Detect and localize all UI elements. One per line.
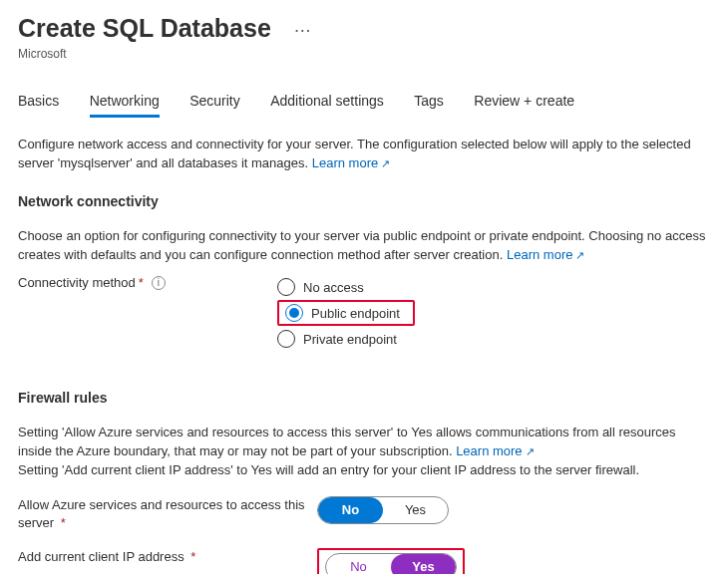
create-sql-database-page: Create SQL Database … Microsoft Basics N… [0,0,728,574]
tab-review-create[interactable]: Review + create [474,87,574,115]
page-header: Create SQL Database … Microsoft [18,14,710,61]
external-link-icon: ↗ [526,445,535,457]
network-description: Choose an option for configuring connect… [18,227,710,265]
highlight-add-client-ip: No Yes [317,548,465,574]
allow-azure-row: Allow Azure services and resources to ac… [18,496,710,532]
radio-label: Public endpoint [311,306,400,321]
add-client-ip-label: Add current client IP address * [18,548,317,566]
radio-icon [285,304,303,322]
radio-label: No access [303,280,364,295]
radio-private-endpoint[interactable]: Private endpoint [277,330,710,348]
tab-security[interactable]: Security [189,87,240,115]
required-indicator: * [187,549,196,564]
firewall-description: Setting 'Allow Azure services and resour… [18,424,710,480]
radio-icon [277,278,295,296]
required-indicator: * [139,274,144,292]
allow-azure-toggle[interactable]: No Yes [317,496,449,524]
network-connectivity-heading: Network connectivity [18,193,710,209]
tab-additional-settings[interactable]: Additional settings [270,87,384,115]
tab-tags[interactable]: Tags [414,87,444,115]
external-link-icon: ↗ [575,249,584,261]
connectivity-method-row: Connectivity method* i No access Public … [18,274,710,352]
network-learn-more-link[interactable]: Learn more↗ [507,247,584,262]
page-subtitle: Microsoft [18,47,710,61]
firewall-learn-more-link[interactable]: Learn more↗ [456,443,534,458]
firewall-desc1: Setting 'Allow Azure services and resour… [18,425,676,458]
toggle-no[interactable]: No [326,554,391,574]
toggle-yes[interactable]: Yes [383,497,448,523]
firewall-rules-heading: Firewall rules [18,390,710,406]
toggle-yes[interactable]: Yes [391,554,456,574]
intro-description: Configure network access and connectivit… [18,136,710,173]
toggle-no[interactable]: No [318,497,383,523]
tab-networking[interactable]: Networking [90,87,160,118]
radio-no-access[interactable]: No access [277,278,710,296]
more-icon[interactable]: … [293,14,311,39]
tab-bar: Basics Networking Security Additional se… [18,87,710,118]
radio-label: Private endpoint [303,332,397,347]
firewall-desc2: Setting 'Add current client IP address' … [18,462,639,477]
required-indicator: * [57,515,66,530]
radio-icon [277,330,295,348]
page-title: Create SQL Database [18,14,271,43]
highlight-public-endpoint: Public endpoint [277,300,415,326]
allow-azure-label: Allow Azure services and resources to ac… [18,496,317,532]
network-desc-text: Choose an option for configuring connect… [18,228,705,262]
add-client-ip-row: Add current client IP address * No Yes [18,548,710,574]
connectivity-method-label: Connectivity method* i [18,274,277,292]
allow-azure-toggle-wrap: No Yes [317,496,449,524]
add-client-ip-toggle[interactable]: No Yes [325,553,457,574]
external-link-icon: ↗ [381,157,390,169]
info-icon[interactable]: i [152,276,166,290]
connectivity-method-radios: No access Public endpoint Private endpoi… [277,274,710,352]
radio-public-endpoint[interactable]: Public endpoint [285,304,400,322]
intro-learn-more-link[interactable]: Learn more↗ [312,155,390,170]
tab-basics[interactable]: Basics [18,87,59,115]
